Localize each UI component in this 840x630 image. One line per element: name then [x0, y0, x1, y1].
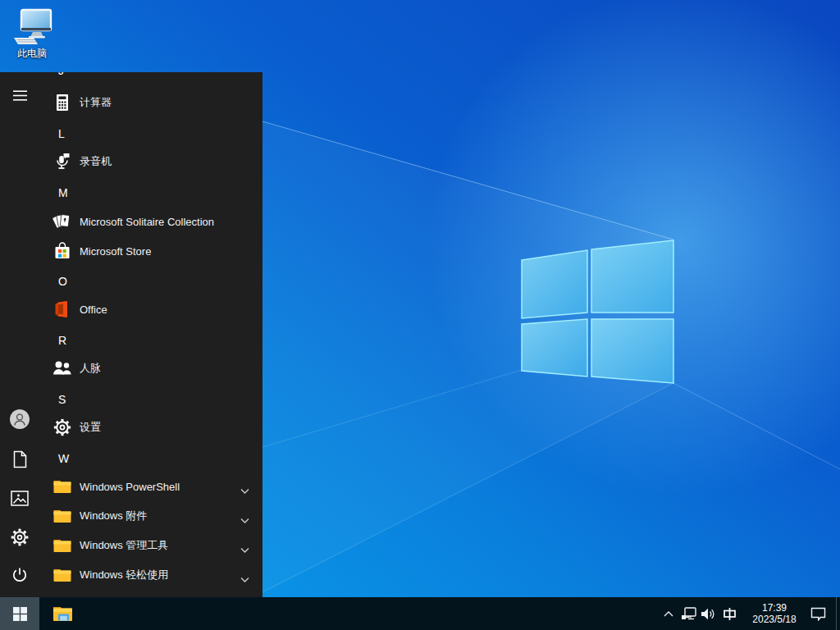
desktop-icon-this-pc[interactable]: 此电脑	[7, 8, 57, 61]
taskbar: 17:39 2023/5/18	[0, 597, 840, 630]
chevron-down-icon	[240, 518, 249, 524]
start-menu-item-microsoft-solitaire-collection[interactable]: Microsoft Solitaire Collection	[39, 207, 262, 236]
network-icon	[681, 607, 696, 620]
settings-gear-icon	[53, 418, 71, 436]
calculator-icon	[54, 94, 71, 112]
desktop-icon-label: 此电脑	[17, 47, 47, 61]
chevron-down-icon	[240, 577, 249, 583]
solitaire-icon	[52, 212, 72, 231]
windows-desktop: 此电脑 J 计算器 L	[0, 0, 840, 630]
windows-start-icon	[13, 607, 27, 621]
start-menu-item-人脉[interactable]: 人脉	[39, 354, 262, 383]
folder-icon	[52, 537, 72, 554]
taskbar-clock[interactable]: 17:39 2023/5/18	[745, 597, 804, 630]
start-menu-section-o[interactable]: O	[39, 267, 262, 296]
clock-date: 2023/5/18	[752, 614, 796, 625]
action-center-button[interactable]	[806, 597, 830, 630]
volume-tray-button[interactable]	[697, 597, 719, 630]
start-menu-section-m[interactable]: M	[39, 178, 262, 208]
start-menu-section-w[interactable]: W	[39, 444, 262, 473]
ime-indicator[interactable]	[719, 597, 740, 630]
start-menu-item-计算器[interactable]: 计算器	[39, 88, 262, 117]
ime-zhong-icon	[723, 607, 737, 621]
store-icon	[53, 241, 71, 261]
tray-overflow-button[interactable]	[658, 597, 679, 630]
folder-icon	[52, 508, 72, 524]
volume-icon	[701, 608, 715, 620]
start-menu-section-l[interactable]: L	[39, 119, 262, 148]
office-icon	[53, 300, 71, 318]
start-menu-item-录音机[interactable]: 录音机	[39, 147, 262, 176]
start-menu-item-item-18[interactable]	[39, 590, 262, 597]
action-center-icon	[810, 607, 826, 621]
start-menu-item-microsoft-store[interactable]: Microsoft Store	[39, 236, 262, 266]
start-menu-item-office[interactable]: Office	[39, 294, 262, 324]
show-desktop-button[interactable]	[836, 597, 840, 630]
start-menu-item-windows-管理工具[interactable]: Windows 管理工具	[39, 531, 262, 560]
chevron-up-icon	[664, 611, 673, 617]
this-pc-icon	[11, 8, 53, 46]
clock-time: 17:39	[762, 602, 787, 614]
voice-recorder-icon	[53, 153, 71, 171]
chevron-down-icon	[240, 547, 249, 554]
start-menu: J 计算器 L 录音机 M Microsoft Solitaire Collec…	[0, 72, 262, 597]
people-icon	[52, 359, 72, 377]
start-menu-item-windows-powershell[interactable]: Windows PowerShell	[39, 472, 262, 501]
start-menu-section-r[interactable]: R	[39, 326, 262, 355]
start-button[interactable]	[0, 597, 39, 630]
start-menu-item-设置[interactable]: 设置	[39, 413, 262, 442]
start-menu-item-windows-轻松使用[interactable]: Windows 轻松使用	[39, 560, 262, 590]
folder-icon	[52, 478, 72, 495]
start-menu-section-j[interactable]: J	[39, 72, 262, 85]
start-menu-item-windows-附件[interactable]: Windows 附件	[39, 501, 262, 531]
network-tray-button[interactable]	[678, 597, 699, 630]
file-explorer-button[interactable]	[43, 597, 82, 630]
folder-icon	[52, 567, 72, 583]
file-explorer-icon	[52, 605, 74, 623]
start-menu-app-list: J 计算器 L 录音机 M Microsoft Solitaire Collec…	[0, 72, 262, 597]
chevron-down-icon	[240, 488, 249, 495]
start-menu-section-s[interactable]: S	[39, 385, 262, 414]
